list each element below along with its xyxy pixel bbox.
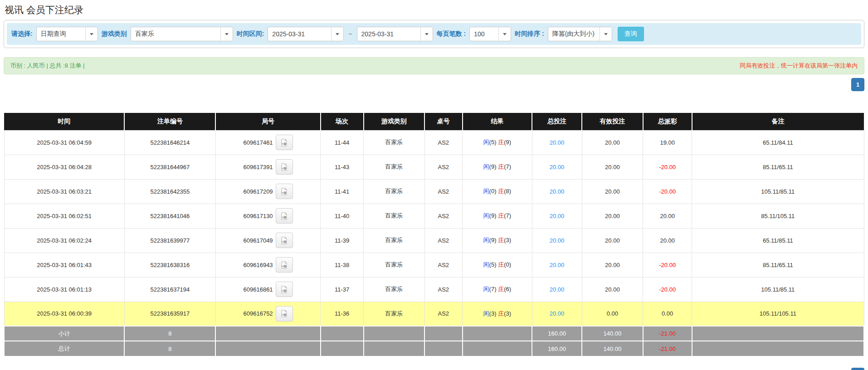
round-video-button[interactable] bbox=[276, 306, 293, 321]
result-player-score: (9) bbox=[489, 212, 497, 219]
cell-payout: -20.00 bbox=[643, 277, 692, 302]
cell-table-number: AS2 bbox=[424, 253, 462, 277]
cell-bet-number: 522381635917 bbox=[124, 302, 215, 326]
filter-bar: 请选择: 日期查询 游戏类别 百家乐 时间区间: 2025-03-31 ~ 20… bbox=[7, 23, 861, 45]
cell-time: 2025-03-31 06:04:59 bbox=[4, 130, 124, 155]
table-body: 2025-03-31 06:04:59522381646214609617461… bbox=[4, 130, 864, 326]
chevron-down-icon[interactable] bbox=[331, 27, 343, 41]
date-from-select[interactable]: 2025-03-31 bbox=[268, 27, 344, 41]
subtotal-valid-bet: 140.00 bbox=[582, 326, 643, 341]
round-video-button[interactable] bbox=[276, 208, 293, 224]
result-player-label: 闲 bbox=[483, 310, 489, 317]
total-bet-link[interactable]: 20.00 bbox=[550, 310, 565, 317]
col-remark: 备注 bbox=[692, 113, 864, 130]
cell-time: 2025-03-31 06:03:21 bbox=[4, 179, 124, 204]
round-video-button[interactable] bbox=[276, 159, 293, 175]
cell-valid-bet: 20.00 bbox=[582, 228, 643, 253]
video-file-icon bbox=[280, 188, 288, 195]
table-row: 2025-03-31 06:03:21522381642355609617209… bbox=[4, 179, 864, 204]
result-player-label: 闲 bbox=[483, 139, 489, 146]
page-root: 视讯 会员下注纪录 请选择: 日期查询 游戏类别 百家乐 时间区间: 2025-… bbox=[0, 4, 868, 370]
total-bet-link[interactable]: 20.00 bbox=[550, 286, 565, 293]
cell-time: 2025-03-31 06:01:13 bbox=[4, 277, 124, 302]
date-to-select[interactable]: 2025-03-31 bbox=[357, 27, 433, 41]
result-banker-label: 庄 bbox=[498, 188, 504, 195]
subtotal-payout: -21.00 bbox=[643, 326, 692, 341]
result-banker-score: (7) bbox=[504, 163, 511, 170]
cell-total-bet: 20.00 bbox=[532, 302, 582, 326]
round-number-text: 609616861 bbox=[244, 286, 273, 293]
chevron-down-icon[interactable] bbox=[498, 27, 511, 41]
total-bet-link[interactable]: 20.00 bbox=[550, 188, 565, 195]
result-banker-label: 庄 bbox=[498, 139, 504, 146]
result-player-score: (9) bbox=[489, 163, 497, 170]
chevron-down-icon[interactable] bbox=[420, 27, 433, 41]
date-from-value: 2025-03-31 bbox=[268, 27, 331, 41]
cell-valid-bet: 20.00 bbox=[582, 155, 643, 179]
round-video-button[interactable] bbox=[276, 233, 293, 248]
result-banker-score: (9) bbox=[504, 139, 511, 146]
cell-valid-bet: 0.00 bbox=[582, 302, 643, 326]
round-video-button[interactable] bbox=[276, 257, 293, 273]
cell-valid-bet: 20.00 bbox=[582, 130, 643, 155]
total-bet-link[interactable]: 20.00 bbox=[550, 164, 565, 170]
page-title: 视讯 会员下注纪录 bbox=[5, 4, 864, 16]
cell-table-number: AS2 bbox=[424, 204, 462, 228]
cell-result: 闲(0) 庄(8) bbox=[463, 179, 532, 204]
cell-remark: 105.11/85.11 bbox=[692, 277, 864, 302]
round-video-button[interactable] bbox=[276, 135, 293, 150]
search-button[interactable]: 查询 bbox=[618, 27, 644, 41]
total-bet-link[interactable]: 20.00 bbox=[550, 262, 565, 268]
cell-remark: 85.11/65.11 bbox=[692, 253, 864, 277]
total-bet-link[interactable]: 20.00 bbox=[550, 237, 565, 244]
cell-bet-number: 522381637194 bbox=[124, 277, 215, 302]
result-player-label: 闲 bbox=[483, 237, 489, 243]
cell-round-number: 609616861 bbox=[215, 277, 320, 302]
currency-total-info: 币别 : 人民币 | 总共 :8 注单 | bbox=[10, 62, 85, 70]
cell-result: 闲(9) 庄(7) bbox=[463, 204, 532, 228]
same-round-notice: 同局有效投注，统一计算在该局第一张注单内 bbox=[740, 62, 858, 70]
result-player-score: (7) bbox=[489, 286, 497, 292]
round-video-button[interactable] bbox=[276, 282, 293, 297]
chevron-down-icon[interactable] bbox=[220, 27, 233, 41]
video-file-icon bbox=[280, 163, 288, 171]
col-session: 场次 bbox=[321, 113, 364, 130]
result-banker-score: (3) bbox=[504, 237, 511, 243]
cell-valid-bet: 20.00 bbox=[582, 277, 643, 302]
table-row-highlighted: 2025-03-31 06:00:39522381635917609616752… bbox=[4, 302, 864, 326]
cell-time: 2025-03-31 06:00:39 bbox=[4, 302, 124, 326]
cell-bet-number: 522381641046 bbox=[124, 204, 215, 228]
table-row: 2025-03-31 06:04:59522381646214609617461… bbox=[4, 130, 864, 155]
cell-valid-bet: 20.00 bbox=[582, 204, 643, 228]
time-sort-select[interactable]: 降冪(由大到小) bbox=[548, 27, 612, 41]
chevron-down-icon[interactable] bbox=[85, 27, 98, 41]
game-category-select[interactable]: 百家乐 bbox=[131, 27, 233, 41]
chevron-down-icon[interactable] bbox=[600, 27, 612, 41]
page-1-button[interactable]: 1 bbox=[851, 78, 864, 91]
cell-session: 11-41 bbox=[321, 179, 364, 204]
cell-round-number: 609617130 bbox=[215, 204, 320, 228]
result-banker-label: 庄 bbox=[498, 261, 504, 268]
cell-game-category: 百家乐 bbox=[364, 277, 425, 302]
total-bet-link[interactable]: 20.00 bbox=[550, 213, 565, 219]
page-1-button-bottom[interactable]: 1 bbox=[851, 368, 864, 370]
cell-game-category: 百家乐 bbox=[364, 253, 425, 277]
result-banker-label: 庄 bbox=[498, 310, 504, 317]
result-player-label: 闲 bbox=[483, 163, 489, 170]
result-player-label: 闲 bbox=[483, 261, 489, 268]
cell-game-category: 百家乐 bbox=[364, 179, 425, 204]
round-number-text: 609616752 bbox=[244, 310, 273, 317]
round-number-text: 609617391 bbox=[244, 164, 273, 170]
cell-remark: 105.11/85.11 bbox=[692, 179, 864, 204]
page-size-select[interactable]: 100 bbox=[469, 27, 511, 41]
result-banker-score: (6) bbox=[504, 286, 511, 292]
cell-bet-number: 522381644967 bbox=[124, 155, 215, 179]
cell-payout: 20.00 bbox=[643, 228, 692, 253]
total-bet-link[interactable]: 20.00 bbox=[550, 139, 565, 146]
query-type-select[interactable]: 日期查询 bbox=[36, 27, 98, 41]
cell-round-number: 609617461 bbox=[215, 130, 320, 155]
cell-time: 2025-03-31 06:04:28 bbox=[4, 155, 124, 179]
round-video-button[interactable] bbox=[276, 184, 293, 199]
cell-table-number: AS2 bbox=[424, 228, 462, 253]
col-game-category: 游戏类别 bbox=[364, 113, 425, 130]
